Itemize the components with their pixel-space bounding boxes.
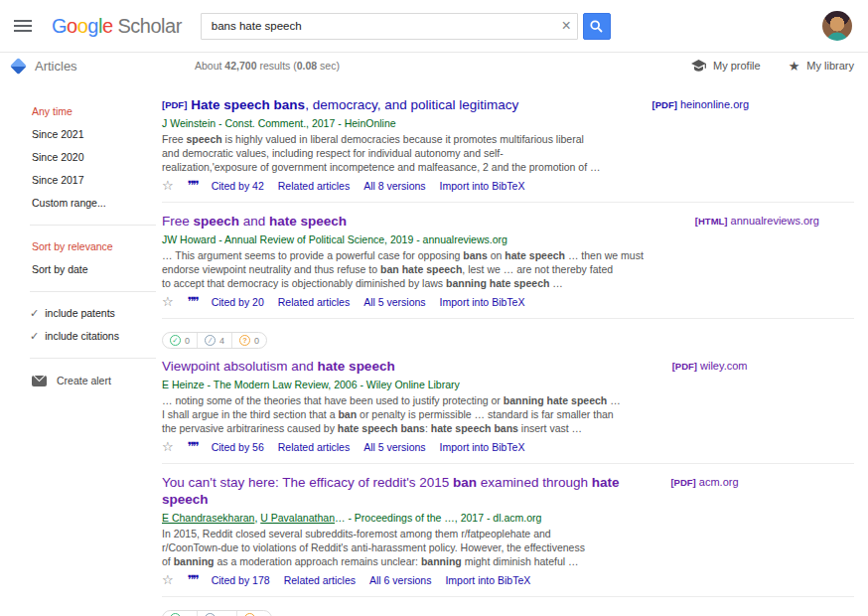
result-actions: ☆❞❞Cited by 20Related articlesAll 5 vers…	[162, 295, 644, 308]
result-content: Viewpoint absolutism and hate speechE He…	[162, 358, 621, 453]
save-star-icon[interactable]: ☆	[162, 295, 174, 308]
bibtex-link[interactable]: Import into BibTeX	[445, 574, 530, 586]
related-articles-link[interactable]: Related articles	[278, 441, 350, 453]
result-title-link[interactable]: You can't stay here: The efficacy of red…	[162, 475, 619, 507]
save-star-icon[interactable]: ☆	[162, 179, 174, 192]
scite-badge-row: ✓0∕4?0	[162, 329, 854, 349]
include-patents-checkbox[interactable]: ✓ include patents	[0, 302, 162, 325]
result-title-link[interactable]: Viewpoint absolutism and hate speech	[162, 359, 395, 374]
scite-badge[interactable]: ✓0∕22?0	[162, 610, 272, 616]
bibtex-link[interactable]: Import into BibTeX	[440, 441, 525, 453]
google-scholar-logo[interactable]: GoogleScholar	[52, 15, 182, 38]
related-articles-link[interactable]: Related articles	[278, 180, 350, 192]
versions-link[interactable]: All 8 versions	[363, 180, 425, 192]
result-title-link[interactable]: Free speech and hate speech	[162, 214, 347, 229]
profile-avatar[interactable]	[822, 11, 852, 41]
sidebar-divider	[30, 225, 156, 226]
menu-icon[interactable]	[14, 25, 32, 27]
save-star-icon[interactable]: ☆	[162, 573, 174, 586]
fulltext-domain: annualreviews.org	[728, 215, 819, 227]
cite-quote-icon[interactable]: ❞❞	[188, 295, 198, 308]
clear-search-icon[interactable]: ×	[561, 16, 570, 36]
sidebar-divider	[30, 358, 156, 359]
related-articles-link[interactable]: Related articles	[284, 574, 356, 586]
graduation-cap-icon	[691, 60, 706, 73]
main-area: Any time Since 2021 Since 2020 Since 201…	[0, 78, 868, 616]
scholar-logo-text: Scholar	[118, 15, 182, 37]
fulltext-link[interactable]: [PDF] acm.org	[670, 476, 738, 488]
versions-link[interactable]: All 6 versions	[369, 574, 431, 586]
stats-mid: results (	[256, 60, 296, 72]
cited-by-link[interactable]: Cited by 178	[212, 574, 270, 586]
sidebar-divider	[30, 291, 156, 292]
fulltext-link[interactable]: [PDF] heinonline.org	[652, 98, 750, 110]
filter-since-2020[interactable]: Since 2020	[0, 146, 162, 169]
result-actions: ☆❞❞Cited by 56Related articlesAll 5 vers…	[162, 440, 621, 453]
scite-badge[interactable]: ✓0∕4?0	[162, 332, 267, 349]
envelope-icon	[32, 376, 47, 386]
cited-by-link[interactable]: Cited by 42	[212, 180, 264, 192]
top-bar: GoogleScholar ×	[0, 0, 868, 52]
result-title-link[interactable]: Hate speech bans, democracy, and politic…	[191, 97, 518, 112]
search-box: ×	[201, 13, 578, 40]
fulltext-domain: wiley.com	[697, 360, 748, 372]
include-citations-label: include citations	[45, 325, 119, 348]
contrasting-icon: ?	[239, 335, 250, 346]
filter-since-2021[interactable]: Since 2021	[0, 123, 162, 146]
result-authors: JW Howard - Annual Review of Political S…	[162, 233, 644, 245]
versions-link[interactable]: All 5 versions	[363, 441, 425, 453]
result-title: You can't stay here: The efficacy of red…	[162, 474, 619, 508]
create-alert-label: Create alert	[57, 375, 111, 386]
search-button[interactable]	[583, 13, 611, 40]
scite-contrasting-segment: ?0	[231, 333, 266, 348]
scite-supporting-segment: ✓0	[163, 333, 197, 348]
my-library-link[interactable]: ★ My library	[789, 60, 854, 73]
cite-quote-icon[interactable]: ❞❞	[188, 573, 198, 586]
fulltext-column: [PDF] heinonline.org	[652, 96, 750, 110]
bibtex-link[interactable]: Import into BibTeX	[440, 296, 525, 308]
cited-by-link[interactable]: Cited by 20	[212, 296, 264, 308]
checkmark-icon: ✓	[30, 325, 39, 348]
logo-letter: G	[52, 15, 67, 37]
create-alert-button[interactable]: Create alert	[0, 375, 162, 386]
logo-letter: e	[102, 15, 113, 37]
search-result: You can't stay here: The efficacy of red…	[162, 474, 854, 586]
stats-count: 42,700	[224, 60, 256, 72]
fulltext-link[interactable]: [PDF] wiley.com	[672, 360, 748, 372]
search-area: ×	[201, 13, 611, 40]
cited-by-link[interactable]: Cited by 56	[212, 441, 264, 453]
result-title: Viewpoint absolutism and hate speech	[162, 358, 621, 375]
logo-letter: o	[67, 15, 77, 37]
bibtex-link[interactable]: Import into BibTeX	[440, 180, 525, 192]
sort-by-relevance[interactable]: Sort by relevance	[0, 235, 162, 258]
stats-suffix: sec)	[317, 60, 340, 72]
cite-quote-icon[interactable]: ❞❞	[188, 179, 198, 192]
my-library-label: My library	[806, 60, 854, 72]
scite-supporting-segment: ✓0	[163, 611, 197, 616]
mentioning-icon: ∕	[205, 335, 216, 346]
filetype-prefix: [PDF]	[672, 361, 697, 372]
versions-link[interactable]: All 5 versions	[363, 296, 425, 308]
result-divider	[162, 202, 854, 203]
include-citations-checkbox[interactable]: ✓ include citations	[0, 325, 162, 348]
results-list: [PDF]Hate speech bans, democracy, and po…	[162, 78, 868, 616]
related-articles-link[interactable]: Related articles	[278, 296, 350, 308]
filter-any-time[interactable]: Any time	[0, 100, 162, 123]
cite-quote-icon[interactable]: ❞❞	[188, 440, 198, 453]
scite-count: 4	[219, 336, 224, 346]
search-input[interactable]	[201, 13, 578, 40]
result-authors: J Weinstein - Const. Comment., 2017 - He…	[162, 117, 601, 129]
result-divider	[162, 596, 854, 597]
section-label[interactable]: Articles	[35, 59, 195, 74]
magnifier-icon	[590, 20, 603, 33]
my-profile-link[interactable]: My profile	[691, 60, 761, 73]
save-star-icon[interactable]: ☆	[162, 440, 174, 453]
scite-count: 0	[254, 336, 259, 346]
filter-since-2017[interactable]: Since 2017	[0, 169, 162, 192]
filetype-prefix: [PDF]	[652, 99, 677, 110]
fulltext-link[interactable]: [HTML] annualreviews.org	[695, 215, 819, 227]
sort-by-date[interactable]: Sort by date	[0, 258, 162, 281]
results-stats: About 42,700 results (0.08 sec)	[195, 60, 340, 72]
filter-custom-range[interactable]: Custom range...	[0, 192, 162, 215]
supporting-icon: ✓	[170, 335, 181, 346]
